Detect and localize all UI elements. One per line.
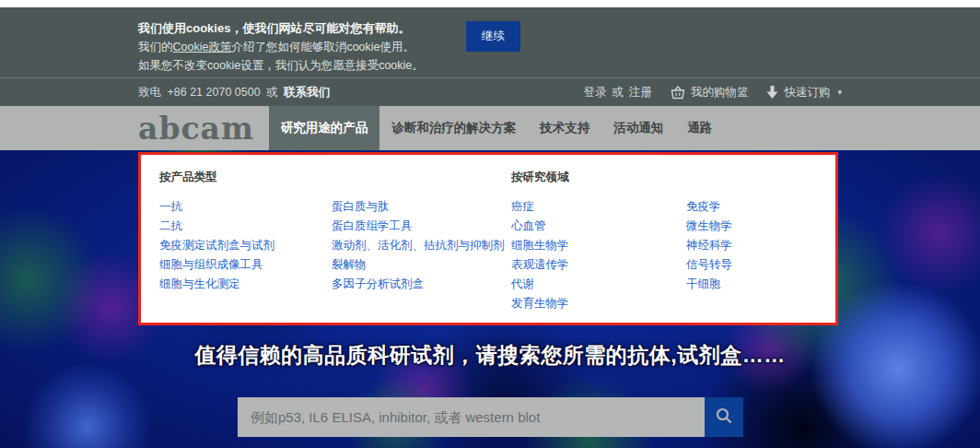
menu-link[interactable]: 信号转导 [686,259,835,271]
hero-section: 按产品类型 一抗二抗免疫测定试剂盒与试剂细胞与组织成像工具细胞与生化测定 蛋白质… [0,150,980,448]
cookie-continue-button[interactable]: 继续 [466,21,520,52]
research-area-column-2: 免疫学微生物学神经科学信号转导干细胞 [686,201,835,317]
product-type-column-1: 一抗二抗免疫测定试剂盒与试剂细胞与组织成像工具细胞与生化测定 [159,201,332,298]
search-button[interactable] [705,397,743,437]
contact-us-link[interactable]: 联系我们 [284,86,330,99]
cookie-line2-prefix: 我们的 [138,41,173,53]
nav-item[interactable]: 技术支持 [528,106,601,150]
contact-phone-block: 致电 +86 21 2070 0500 或 联系我们 [138,85,330,100]
product-type-column-2: 蛋白质与肽蛋白质组学工具激动剂、活化剂、拮抗剂与抑制剂裂解物多因子分析试剂盒 [332,201,511,298]
menu-link[interactable]: 神经科学 [686,240,835,252]
cookie-heading: 我们使用cookies，使我们网站尽可能对您有帮助。 [138,19,424,38]
menu-link[interactable]: 微生物学 [686,220,835,232]
nav-item[interactable]: 诊断和治疗的解决方案 [379,106,528,150]
menu-link[interactable]: 二抗 [159,220,332,232]
cookie-banner: 我们使用cookies，使我们网站尽可能对您有帮助。 我们的Cookie政策介绍… [138,7,842,77]
phone-number: +86 21 2070 0500 [167,86,260,99]
quick-order-link[interactable]: 快速订购 [784,85,830,100]
chevron-down-icon[interactable]: ▾ [837,88,842,97]
menu-link[interactable]: 心血管 [511,220,686,232]
menu-link[interactable]: 癌症 [511,201,686,213]
menu-link[interactable]: 免疫测定试剂盒与试剂 [159,240,332,252]
menu-link[interactable]: 免疫学 [686,201,835,213]
register-link[interactable]: 注册 [629,85,652,100]
main-nav-bar: abcam 研究用途的产品诊断和治疗的解决方案技术支持活动通知通路 [0,106,980,150]
product-type-heading: 按产品类型 [159,170,511,185]
mega-menu-product-type-group: 按产品类型 一抗二抗免疫测定试剂盒与试剂细胞与组织成像工具细胞与生化测定 蛋白质… [159,170,511,323]
cookie-policy-link[interactable]: Cookie政策 [173,41,232,53]
abcam-logo[interactable]: abcam [138,113,254,144]
basket-icon [671,86,685,100]
menu-link[interactable]: 干细胞 [686,278,835,290]
hero-headline: 值得信赖的高品质科研试剂，请搜索您所需的抗体,试剂盒…… [0,341,980,370]
cookie-line2: 我们的Cookie政策介绍了您如何能够取消cookie使用。 [138,38,424,56]
menu-link[interactable]: 多因子分析试剂盒 [332,278,511,290]
my-basket-link[interactable]: 我的购物篮 [691,85,749,100]
menu-link[interactable]: 蛋白质与肽 [332,201,511,213]
cookie-line2-suffix: 介绍了您如何能够取消cookie使用。 [231,41,414,53]
nav-item[interactable]: 研究用途的产品 [269,106,380,150]
cookie-line3: 如果您不改变cookie设置，我们认为您愿意接受cookie。 [138,56,424,75]
nav-item[interactable]: 活动通知 [601,106,675,150]
download-arrow-icon [766,86,778,100]
login-link[interactable]: 登录 [583,85,606,100]
menu-link[interactable]: 裂解物 [332,259,511,271]
mega-menu-research-area-group: 按研究领域 癌症心血管细胞生物学表观遗传学代谢发育生物学 免疫学微生物学神经科学… [511,170,835,323]
page-top-margin [0,0,980,7]
menu-link[interactable]: 细胞生物学 [511,240,686,252]
menu-link[interactable]: 代谢 [511,278,686,290]
menu-link[interactable]: 一抗 [159,201,332,213]
contact-bar: 致电 +86 21 2070 0500 或 联系我们 登录 或 注册 我的购 [0,77,980,106]
products-mega-menu: 按产品类型 一抗二抗免疫测定试剂盒与试剂细胞与组织成像工具细胞与生化测定 蛋白质… [138,152,838,325]
menu-link[interactable]: 表观遗传学 [511,259,686,271]
nav-item[interactable]: 通路 [675,106,724,150]
search-input[interactable] [238,397,705,437]
menu-link[interactable]: 发育生物学 [511,298,686,310]
or-label-2: 或 [612,85,624,100]
top-banner-area: 我们使用cookies，使我们网站尽可能对您有帮助。 我们的Cookie政策介绍… [0,7,980,106]
menu-link[interactable]: 细胞与组织成像工具 [159,259,332,271]
search-bar [238,397,743,437]
or-label: 或 [266,86,278,99]
menu-link[interactable]: 细胞与生化测定 [159,278,332,290]
call-prefix-label: 致电 [138,86,161,99]
nav-items: 研究用途的产品诊断和治疗的解决方案技术支持活动通知通路 [269,106,725,150]
research-area-heading: 按研究领域 [511,170,835,185]
research-area-column-1: 癌症心血管细胞生物学表观遗传学代谢发育生物学 [511,201,686,317]
search-icon [715,407,733,428]
menu-link[interactable]: 激动剂、活化剂、拮抗剂与抑制剂 [332,240,511,252]
menu-link[interactable]: 蛋白质组学工具 [332,220,511,232]
